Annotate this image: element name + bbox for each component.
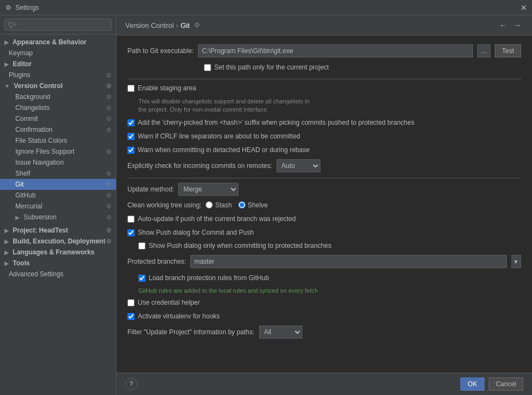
path-row: Path to Git executable: ... Test [127, 44, 521, 57]
incoming-commits-dropdown[interactable]: Auto Always Never [277, 159, 320, 172]
sidebar-item-mercurial[interactable]: Mercurial ⚙ [0, 201, 116, 212]
sidebar-item-commit[interactable]: Commit ⚙ [0, 113, 116, 124]
stash-radio-label[interactable]: Stash [206, 201, 232, 209]
arrow-icon: ▶ [4, 249, 9, 255]
title-bar-controls: ✕ [520, 4, 528, 11]
credential-helper-row: Use credential helper [127, 298, 521, 307]
sidebar-items: ▶ Appearance & Behavior Keymap ▶ Editor … [0, 34, 116, 395]
arrow-icon: ▶ [4, 228, 9, 234]
show-push-only-checkbox[interactable] [138, 242, 145, 249]
virtualenv-label: Activate virtualenv for hooks [138, 312, 220, 321]
gear-icon: ⚙ [106, 115, 112, 123]
credential-helper-checkbox[interactable] [127, 299, 135, 306]
auto-update-row: Auto-update if push of the current branc… [127, 214, 521, 224]
arrow-icon: ▶ [4, 39, 9, 45]
sidebar-item-plugins[interactable]: Plugins ⚙ [0, 69, 116, 80]
gear-icon: ⚙ [106, 181, 112, 188]
stash-radio[interactable] [206, 201, 213, 208]
sidebar-item-tools[interactable]: ▶ Tools [0, 258, 116, 269]
sidebar-item-editor[interactable]: ▶ Editor [0, 59, 116, 69]
test-button[interactable]: Test [495, 44, 521, 57]
header-settings-icon[interactable]: ⚙ [194, 21, 200, 29]
sidebar-item-ignore-files[interactable]: Ignore Files Support ⚙ [0, 146, 116, 157]
gear-icon: ⚙ [106, 126, 112, 133]
filter-update-dropdown[interactable]: All Changed None [259, 326, 302, 339]
close-button[interactable]: ✕ [520, 4, 528, 11]
ok-button[interactable]: OK [460, 377, 484, 391]
sidebar-item-build[interactable]: ▶ Build, Execution, Deployment ⚙ [0, 236, 116, 247]
gear-icon: ⚙ [106, 238, 112, 245]
filter-update-label: Filter "Update Project" information by p… [127, 328, 255, 336]
cherry-pick-checkbox[interactable] [127, 119, 135, 126]
update-method-label: Update method: [127, 185, 174, 193]
sidebar-item-advanced[interactable]: Advanced Settings [0, 269, 116, 280]
shelve-radio[interactable] [238, 201, 245, 208]
sidebar-item-git[interactable]: Git ⚙ [0, 179, 116, 190]
github-hint: GitHub rules are added to the local rule… [138, 287, 521, 294]
crlf-checkbox[interactable] [127, 133, 135, 140]
gear-icon: ⚙ [106, 227, 112, 234]
set-path-checkbox[interactable] [204, 64, 211, 71]
cherry-pick-label: Add the 'cherry-picked from <hash>' suff… [138, 118, 414, 127]
gear-icon: ⚙ [106, 148, 112, 155]
nav-back-button[interactable]: ← [497, 20, 509, 31]
shelve-radio-label[interactable]: Shelve [238, 201, 268, 209]
sidebar-item-issue-navigation[interactable]: Issue Navigation [0, 157, 116, 168]
gear-icon: ⚙ [106, 170, 112, 177]
sidebar-item-appearance[interactable]: ▶ Appearance & Behavior [0, 37, 116, 48]
content-panel: Version Control › Git ⚙ ← → Path to Git … [116, 15, 532, 395]
cancel-button[interactable]: Cancel [489, 377, 523, 391]
breadcrumb-sep: › [176, 21, 178, 30]
sidebar-item-proj-label: ▶ Project: HeadTest [4, 226, 68, 234]
protected-branches-label: Protected branches: [127, 258, 186, 265]
sidebar-item-project[interactable]: ▶ Project: HeadTest ⚙ [0, 225, 116, 236]
sidebar-item-version-control[interactable]: ▼ Version Control ⚙ [0, 80, 116, 91]
sidebar-item-background[interactable]: Background ⚙ [0, 91, 116, 102]
main-content: ▶ Appearance & Behavior Keymap ▶ Editor … [0, 15, 532, 395]
sidebar-item-tools-label: ▶ Tools [4, 259, 30, 267]
update-method-dropdown[interactable]: Merge Rebase Branch Default [178, 183, 238, 196]
staging-hint: This will disable changelists support an… [138, 97, 521, 114]
sidebar-item-shelf[interactable]: Shelf ⚙ [0, 168, 116, 179]
crlf-label: Warn if CRLF line separators are about t… [138, 132, 300, 141]
content-header: Version Control › Git ⚙ ← → [116, 15, 532, 36]
title-bar-title: Settings [15, 4, 517, 11]
sidebar-item-github[interactable]: GitHub ⚙ [0, 190, 116, 201]
footer-left: ? [125, 377, 456, 391]
protected-branches-combo-btn[interactable]: ▼ [511, 255, 521, 268]
sidebar-item-vc-label: ▼ Version Control [4, 82, 63, 90]
load-branch-protection-checkbox[interactable] [138, 275, 145, 282]
browse-button[interactable]: ... [477, 44, 490, 57]
radio-group: Stash Shelve [206, 201, 267, 209]
gear-icon: ⚙ [106, 83, 112, 90]
sidebar-item-subversion[interactable]: ▶ Subversion ⚙ [0, 212, 116, 223]
enable-staging-checkbox[interactable] [127, 85, 135, 92]
sidebar-item-file-status-colors[interactable]: File Status Colors [0, 135, 116, 146]
app-icon: ⚙ [4, 4, 12, 11]
enable-staging-row: Enable staging area [127, 84, 521, 93]
gear-icon: ⚙ [106, 203, 112, 210]
protected-branches-row: Protected branches: ▼ [127, 255, 521, 268]
auto-update-checkbox[interactable] [127, 216, 135, 223]
nav-forward-button[interactable]: → [511, 20, 523, 31]
virtualenv-checkbox[interactable] [127, 313, 135, 320]
set-path-label: Set this path only for the current proje… [214, 63, 329, 72]
help-button[interactable]: ? [125, 378, 137, 390]
show-push-checkbox[interactable] [127, 229, 135, 236]
sidebar-item-sub-label: ▶ Subversion [15, 213, 56, 221]
detached-head-checkbox[interactable] [127, 147, 135, 154]
clean-tree-label: Clean working tree using: [127, 201, 201, 209]
search-input[interactable] [4, 19, 112, 31]
cherry-pick-row: Add the 'cherry-picked from <hash>' suff… [127, 118, 521, 127]
sidebar-item-keymap[interactable]: Keymap [0, 48, 116, 59]
sidebar-item-languages[interactable]: ▶ Languages & Frameworks [0, 247, 116, 258]
sidebar-item-changelists[interactable]: Changelists ⚙ [0, 102, 116, 113]
sidebar-item-confirmation[interactable]: Confirmation ⚙ [0, 124, 116, 135]
breadcrumb-vc[interactable]: Version Control [125, 21, 174, 30]
path-input[interactable] [198, 44, 473, 57]
search-box [0, 15, 116, 34]
show-push-row: Show Push dialog for Commit and Push [127, 228, 521, 237]
auto-update-label: Auto-update if push of the current branc… [138, 214, 296, 224]
protected-branches-input[interactable] [190, 255, 507, 268]
sidebar: ▶ Appearance & Behavior Keymap ▶ Editor … [0, 15, 116, 395]
